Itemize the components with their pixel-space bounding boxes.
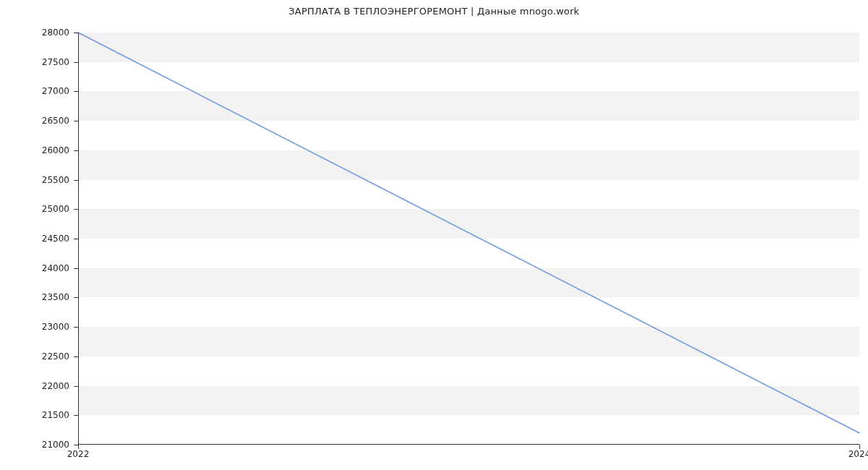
x-axis xyxy=(78,444,859,445)
y-tick xyxy=(74,356,78,357)
y-axis xyxy=(78,33,79,445)
y-tick-label: 28000 xyxy=(42,27,69,38)
salary-chart: ЗАРПЛАТА В ТЕПЛОЭНЕРГОРЕМОНТ | Данные mn… xyxy=(0,0,868,470)
y-tick xyxy=(74,180,78,181)
y-tick-label: 26000 xyxy=(42,145,69,155)
x-tick-label: 2024 xyxy=(848,449,868,459)
y-tick-label: 25000 xyxy=(42,204,69,214)
y-tick-label: 23500 xyxy=(42,292,69,302)
y-tick xyxy=(74,327,78,328)
line-layer xyxy=(78,33,859,445)
x-tick-label: 2022 xyxy=(67,449,90,459)
y-tick-label: 21000 xyxy=(42,440,69,450)
y-tick xyxy=(74,91,78,92)
y-tick-label: 27000 xyxy=(42,86,69,96)
y-tick-label: 22500 xyxy=(42,351,69,362)
plot-area: 2100021500220002250023000235002400024500… xyxy=(78,33,859,445)
y-tick-label: 24500 xyxy=(42,234,69,244)
y-tick-label: 24000 xyxy=(42,263,69,273)
y-tick xyxy=(74,268,78,269)
y-tick xyxy=(74,209,78,210)
series-line xyxy=(78,33,859,433)
y-tick-label: 22000 xyxy=(42,381,69,391)
y-tick xyxy=(74,33,78,33)
y-tick xyxy=(74,297,78,298)
y-tick-label: 23000 xyxy=(42,322,69,332)
y-tick-label: 21500 xyxy=(42,410,69,420)
y-tick xyxy=(74,62,78,63)
y-tick xyxy=(74,386,78,387)
y-tick-label: 26500 xyxy=(42,116,69,126)
y-tick-label: 25500 xyxy=(42,175,69,185)
chart-title: ЗАРПЛАТА В ТЕПЛОЭНЕРГОРЕМОНТ | Данные mn… xyxy=(0,6,868,17)
y-tick xyxy=(74,121,78,121)
y-tick-label: 27500 xyxy=(42,57,69,67)
y-tick xyxy=(74,150,78,151)
y-tick xyxy=(74,415,78,416)
y-tick xyxy=(74,239,78,239)
